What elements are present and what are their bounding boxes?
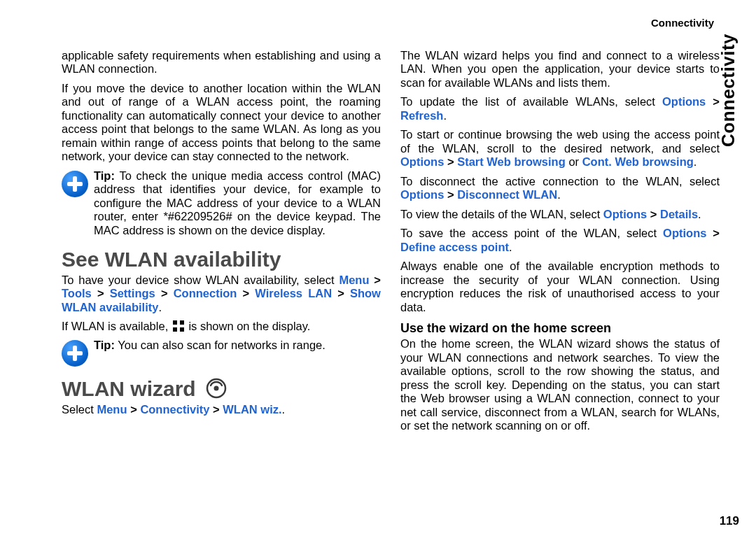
para: To disconnect the active connection to t… bbox=[400, 175, 720, 202]
period: . bbox=[557, 188, 561, 201]
tip-label: Tip: bbox=[94, 169, 115, 182]
menu-path-item: Refresh bbox=[400, 109, 443, 122]
nav-sep: > bbox=[97, 287, 110, 299]
svg-point-1 bbox=[214, 386, 219, 391]
period: . bbox=[158, 301, 162, 313]
menu-path-item: Menu bbox=[97, 403, 127, 416]
para: To start or continue browsing the web us… bbox=[400, 128, 720, 169]
text: To have your device show WLAN availabili… bbox=[62, 274, 339, 286]
para: The WLAN wizard helps you find and conne… bbox=[400, 49, 720, 90]
menu-path-item: Disconnect WLAN bbox=[457, 188, 557, 201]
menu-path-item: Define access point bbox=[400, 241, 509, 253]
menu-path-item: Start Web browsing bbox=[457, 155, 566, 168]
text: To view the details of the WLAN, select bbox=[400, 208, 603, 220]
nav-sep: > bbox=[650, 208, 660, 220]
text: To update the list of available WLANs, s… bbox=[400, 95, 662, 108]
period: . bbox=[282, 403, 286, 416]
para: Always enable one of the available encry… bbox=[400, 260, 720, 314]
period: . bbox=[694, 155, 697, 168]
nav-sep: > bbox=[161, 287, 174, 299]
tip-plus-icon bbox=[62, 340, 88, 367]
tip-text: Tip: To check the unique media access co… bbox=[94, 169, 381, 237]
menu-path-item: Menu bbox=[339, 274, 369, 286]
text: To save the access point of the WLAN, se… bbox=[400, 227, 663, 239]
heading-wlan-wizard: WLAN wizard bbox=[62, 378, 381, 400]
para: To have your device show WLAN availabili… bbox=[62, 274, 381, 314]
nav-sep: > bbox=[130, 403, 140, 416]
tip-block: Tip: To check the unique media access co… bbox=[62, 169, 381, 237]
menu-path-item: Settings bbox=[110, 287, 155, 299]
period: . bbox=[509, 241, 512, 253]
nav-sep: > bbox=[337, 287, 350, 299]
text: To start or continue browsing the web us… bbox=[400, 128, 720, 154]
column-right: The WLAN wizard helps you find and conne… bbox=[400, 49, 720, 528]
para: If WLAN is available, is shown on the di… bbox=[62, 320, 381, 333]
menu-path-item: Tools bbox=[62, 287, 92, 299]
nav-sep: > bbox=[243, 287, 255, 299]
menu-path-item: Cont. Web browsing bbox=[582, 155, 694, 168]
menu-path-item: Connection bbox=[174, 287, 237, 299]
wlan-available-icon bbox=[173, 320, 184, 332]
menu-path-item: Options bbox=[400, 188, 444, 201]
para: Select Menu > Connectivity > WLAN wiz.. bbox=[62, 403, 381, 416]
text: If WLAN is available, bbox=[62, 320, 172, 332]
text: Select bbox=[62, 403, 97, 416]
side-tab: Connectivity bbox=[718, 34, 739, 147]
period: . bbox=[443, 109, 447, 122]
tip-label: Tip: bbox=[94, 339, 115, 351]
nav-sep: > bbox=[447, 155, 457, 168]
manual-page: Connectivity Connectivity 119 applicable… bbox=[0, 0, 756, 545]
nav-sep: > bbox=[213, 403, 223, 416]
running-header: Connectivity bbox=[651, 17, 714, 29]
para: If you move the device to another locati… bbox=[62, 82, 381, 164]
para: To update the list of available WLANs, s… bbox=[400, 95, 720, 122]
text: or bbox=[568, 155, 582, 168]
text: is shown on the display. bbox=[188, 320, 310, 332]
menu-path-item: Wireless LAN bbox=[255, 287, 332, 299]
period: . bbox=[698, 208, 701, 220]
menu-path-item: WLAN wiz. bbox=[223, 403, 281, 416]
page-number: 119 bbox=[720, 514, 739, 528]
text: To disconnect the active connection to t… bbox=[400, 175, 720, 187]
nav-sep: > bbox=[447, 188, 457, 201]
tip-text: Tip: You can also scan for networks in r… bbox=[94, 339, 381, 352]
heading-text: WLAN wizard bbox=[62, 377, 196, 400]
para: To save the access point of the WLAN, se… bbox=[400, 227, 720, 254]
menu-path-item: Connectivity bbox=[140, 403, 209, 416]
tip-plus-icon bbox=[62, 171, 88, 197]
menu-path-item: Options bbox=[662, 95, 706, 108]
body-columns: applicable safety requirements when esta… bbox=[62, 17, 720, 528]
nav-sep: > bbox=[374, 274, 381, 286]
wlan-wizard-icon bbox=[206, 378, 227, 399]
tip-body: To check the unique media access control… bbox=[94, 169, 381, 236]
para: To view the details of the WLAN, select … bbox=[400, 208, 720, 221]
tip-block: Tip: You can also scan for networks in r… bbox=[62, 339, 381, 367]
nav-sep: > bbox=[713, 227, 720, 239]
tip-body: You can also scan for networks in range. bbox=[118, 339, 326, 351]
menu-path-item: Options bbox=[663, 227, 706, 239]
menu-path-item: Details bbox=[660, 208, 698, 220]
menu-path-item: Options bbox=[603, 208, 647, 220]
column-left: applicable safety requirements when esta… bbox=[62, 49, 381, 528]
heading-see-wlan: See WLAN availability bbox=[62, 248, 381, 271]
para: On the home screen, the WLAN wizard show… bbox=[400, 337, 720, 432]
menu-path-item: Options bbox=[400, 155, 444, 168]
heading-use-wizard: Use the wizard on the home screen bbox=[400, 321, 720, 336]
para: applicable safety requirements when esta… bbox=[62, 49, 381, 76]
